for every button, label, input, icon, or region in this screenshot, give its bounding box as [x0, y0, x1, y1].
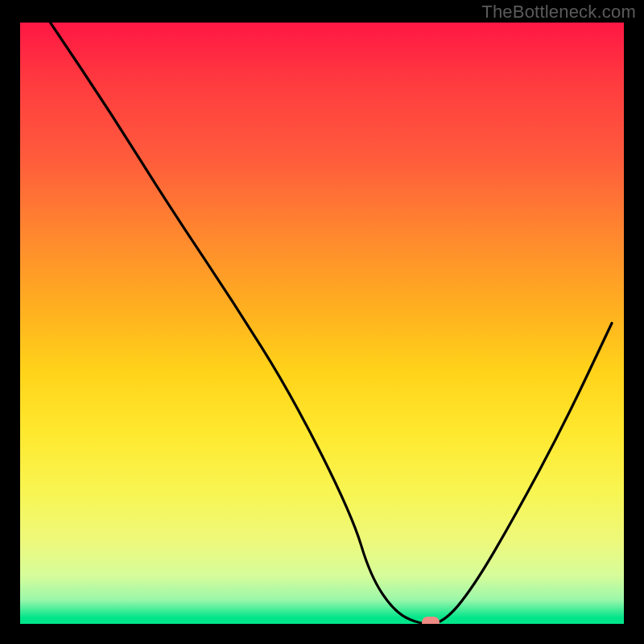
plot-area: [20, 23, 624, 624]
optimal-point-marker: [422, 617, 440, 624]
bottleneck-curve: [51, 23, 613, 624]
attribution-text: TheBottleneck.com: [481, 2, 636, 23]
chart-frame: TheBottleneck.com: [0, 0, 644, 644]
curve-svg: [20, 23, 624, 624]
